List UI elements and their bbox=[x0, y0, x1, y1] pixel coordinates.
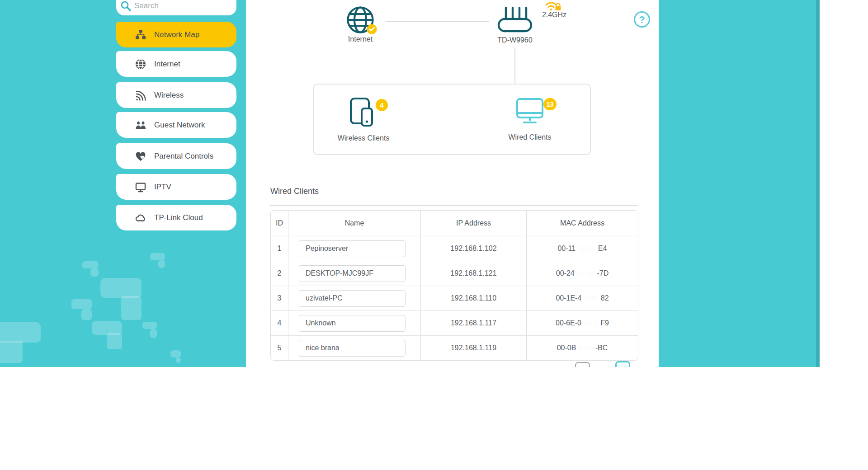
deco-pixel bbox=[150, 253, 165, 260]
table-row: 2 192.168.1.121 00-24·· ··-7D bbox=[271, 261, 638, 286]
globe-icon bbox=[134, 58, 147, 70]
sidebar-item-network-map[interactable]: Network Map bbox=[116, 22, 236, 47]
column-header-ip: IP Address bbox=[421, 211, 527, 236]
cell-ip: 192.168.1.117 bbox=[421, 311, 527, 335]
deco-pixel bbox=[81, 309, 92, 320]
mac-redacted: ·· ·· bbox=[578, 269, 594, 277]
right-teal-band bbox=[659, 0, 816, 367]
table-row: 4 192.168.1.117 00-6E-0·· ·F9 bbox=[271, 310, 638, 335]
column-header-id: ID bbox=[271, 211, 288, 236]
wifi-signal-icon bbox=[134, 89, 147, 102]
cell-ip: 192.168.1.102 bbox=[421, 236, 527, 261]
wired-clients-tile[interactable]: 13 Wired Clients bbox=[485, 97, 575, 141]
cell-id: 5 bbox=[271, 336, 288, 360]
sidebar-item-label: TP-Link Cloud bbox=[154, 213, 203, 222]
page-viewport: Network Map Internet Wireless Guest Netw… bbox=[0, 0, 820, 367]
search-icon bbox=[120, 0, 132, 12]
cell-mac: 00-11·· ··E4 bbox=[527, 236, 638, 261]
wired-clients-icon bbox=[515, 97, 544, 126]
wireless-clients-label: Wireless Clients bbox=[318, 134, 409, 142]
router-icon bbox=[496, 27, 534, 35]
deco-pixel bbox=[0, 322, 41, 343]
client-name-input[interactable] bbox=[299, 290, 406, 307]
partial-button-gray[interactable] bbox=[575, 362, 590, 367]
cell-mac: 00-0B· ··-BC bbox=[527, 336, 638, 360]
wireless-clients-icon bbox=[349, 97, 377, 127]
connected-check-icon bbox=[367, 24, 377, 36]
table-row: 5 192.168.1.119 00-0B· ··-BC bbox=[271, 335, 638, 360]
cell-id: 3 bbox=[271, 286, 288, 310]
deco-pixel bbox=[176, 357, 181, 363]
help-icon[interactable]: ? bbox=[633, 10, 651, 28]
sidebar-item-label: Internet bbox=[154, 60, 180, 69]
cloud-icon bbox=[134, 212, 147, 224]
mac-redacted: ·· · bbox=[585, 319, 597, 327]
wifi-band-label: 2.4GHz bbox=[536, 11, 572, 19]
wired-clients-label: Wired Clients bbox=[485, 133, 575, 141]
sidebar-item-label: Parental Controls bbox=[154, 152, 213, 161]
heart-icon bbox=[134, 150, 147, 163]
client-name-input[interactable] bbox=[299, 240, 406, 257]
sidebar-item-label: IPTV bbox=[154, 183, 171, 192]
cell-mac: 00-1E-4· ··82 bbox=[527, 286, 638, 310]
client-name-input[interactable] bbox=[299, 340, 406, 357]
sidebar-item-guest-network[interactable]: Guest Network bbox=[116, 112, 236, 138]
cell-mac: 00-24·· ··-7D bbox=[527, 261, 638, 286]
deco-pixel bbox=[170, 350, 181, 357]
deco-pixel bbox=[121, 296, 142, 320]
deco-pixel bbox=[90, 268, 99, 277]
mac-redacted: · ·· bbox=[579, 344, 592, 352]
wifi-band-secured-icon bbox=[544, 0, 564, 10]
table-row: 3 192.168.1.110 00-1E-4· ··82 bbox=[271, 286, 638, 310]
wired-clients-table: ID Name IP Address MAC Address 1 192.168… bbox=[270, 210, 638, 361]
search-box bbox=[116, 0, 236, 15]
cell-mac: 00-6E-0·· ·F9 bbox=[527, 311, 638, 335]
svg-text:?: ? bbox=[639, 14, 645, 25]
deco-pixel bbox=[82, 261, 99, 268]
sidebar-item-label: Guest Network bbox=[154, 121, 205, 130]
deco-pixel bbox=[0, 341, 23, 363]
table-header-row: ID Name IP Address MAC Address bbox=[271, 211, 638, 236]
deco-pixel bbox=[150, 329, 157, 338]
partial-button-teal[interactable] bbox=[615, 361, 630, 367]
search-input[interactable] bbox=[134, 1, 229, 10]
cell-ip: 192.168.1.110 bbox=[421, 286, 527, 310]
internet-node[interactable] bbox=[346, 5, 375, 34]
internet-router-link-line bbox=[386, 21, 489, 22]
mac-redacted: ·· ·· bbox=[579, 244, 595, 253]
router-node[interactable] bbox=[496, 5, 534, 33]
internet-node-label: Internet bbox=[333, 35, 387, 43]
sidebar-item-internet[interactable]: Internet bbox=[116, 51, 236, 77]
router-clients-link-line bbox=[514, 47, 515, 84]
column-header-mac: MAC Address bbox=[527, 211, 638, 236]
sidebar-item-iptv[interactable]: IPTV bbox=[116, 174, 236, 200]
router-node-label: TD-W9960 bbox=[488, 36, 542, 44]
sidebar-item-tplink-cloud[interactable]: TP-Link Cloud bbox=[116, 205, 236, 230]
mac-redacted: · ·· bbox=[585, 294, 597, 302]
wired-clients-count-badge: 13 bbox=[543, 98, 557, 110]
deco-pixel bbox=[158, 260, 165, 268]
sidebar-item-wireless[interactable]: Wireless bbox=[116, 82, 236, 108]
cell-id: 4 bbox=[271, 311, 288, 335]
deco-pixel bbox=[100, 278, 142, 298]
sidebar-item-label: Wireless bbox=[154, 91, 184, 100]
wireless-clients-count-badge: 4 bbox=[376, 99, 388, 111]
cell-id: 2 bbox=[271, 261, 288, 286]
wired-clients-heading: Wired Clients bbox=[270, 187, 319, 196]
sidebar-item-label: Network Map bbox=[154, 30, 199, 39]
client-name-input[interactable] bbox=[299, 265, 406, 282]
table-row: 1 192.168.1.102 00-11·· ··E4 bbox=[271, 236, 638, 261]
section-divider bbox=[269, 205, 638, 206]
sidebar-item-parental-controls[interactable]: Parental Controls bbox=[116, 143, 236, 169]
guest-people-icon bbox=[134, 119, 147, 132]
monitor-icon bbox=[134, 181, 147, 193]
cell-ip: 192.168.1.119 bbox=[421, 336, 527, 360]
network-map-icon bbox=[134, 28, 147, 41]
deco-pixel bbox=[142, 322, 157, 329]
right-scrollbar-edge[interactable] bbox=[816, 0, 820, 367]
cell-ip: 192.168.1.121 bbox=[421, 261, 527, 286]
router-admin-network-map-page: Network Map Internet Wireless Guest Netw… bbox=[0, 0, 868, 470]
wireless-clients-tile[interactable]: 4 Wireless Clients bbox=[318, 97, 409, 142]
client-name-input[interactable] bbox=[299, 315, 406, 332]
cell-id: 1 bbox=[271, 236, 288, 261]
